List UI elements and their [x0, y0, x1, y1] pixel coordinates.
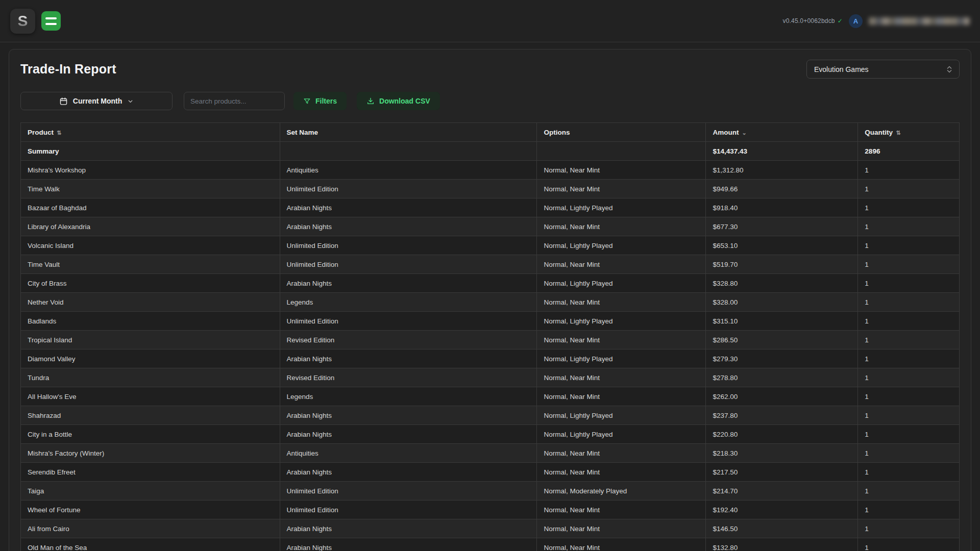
- cell-set-name: Arabian Nights: [280, 274, 537, 293]
- cell-options: Normal, Near Mint: [537, 368, 706, 387]
- summary-empty-cell: [537, 142, 706, 161]
- cell-product: All Hallow's Eve: [21, 387, 280, 406]
- cell-product: Library of Alexandria: [21, 217, 280, 236]
- cell-amount: $192.40: [706, 500, 858, 519]
- app-logo-letter: S: [17, 13, 28, 29]
- cell-quantity: 1: [858, 161, 960, 180]
- download-icon: [366, 97, 375, 105]
- cell-options: Normal, Lightly Played: [537, 349, 706, 368]
- cell-set-name: Arabian Nights: [280, 463, 537, 482]
- avatar-letter: A: [853, 17, 858, 25]
- chevron-down-icon: [127, 98, 134, 105]
- avatar[interactable]: A: [849, 14, 863, 28]
- table-row: ShahrazadArabian NightsNormal, Lightly P…: [21, 406, 960, 425]
- version-badge: v0.45.0+0062bdcb✓: [782, 17, 843, 24]
- summary-quantity-cell: 2896: [858, 142, 960, 161]
- summary-amount-cell: $14,437.43: [706, 142, 858, 161]
- download-csv-button[interactable]: Download CSV: [357, 92, 440, 110]
- column-header-product[interactable]: Product⇅: [21, 123, 280, 142]
- cell-options: Normal, Lightly Played: [537, 198, 706, 217]
- cell-amount: $328.00: [706, 293, 858, 312]
- column-header-set-name[interactable]: Set Name: [280, 123, 537, 142]
- user-name-redacted: [869, 17, 970, 25]
- cell-set-name: Arabian Nights: [280, 519, 537, 538]
- cell-amount: $1,312.80: [706, 161, 858, 180]
- cell-product: Bazaar of Baghdad: [21, 198, 280, 217]
- table-row: Tropical IslandRevised EditionNormal, Ne…: [21, 331, 960, 349]
- cell-options: Normal, Near Mint: [537, 538, 706, 551]
- column-header-quantity[interactable]: Quantity⇅: [858, 123, 960, 142]
- toolbar: Current Month Filters: [20, 92, 960, 110]
- cell-quantity: 1: [858, 538, 960, 551]
- menu-toggle-button[interactable]: [41, 11, 61, 31]
- cell-product: Mishra's Workshop: [21, 161, 280, 180]
- table-row: Volcanic IslandUnlimited EditionNormal, …: [21, 236, 960, 255]
- cell-quantity: 1: [858, 425, 960, 444]
- cell-product: Time Vault: [21, 255, 280, 274]
- cell-options: Normal, Lightly Played: [537, 425, 706, 444]
- calendar-icon: [59, 97, 68, 106]
- cell-amount: $328.80: [706, 274, 858, 293]
- cell-amount: $279.30: [706, 349, 858, 368]
- table-row: Mishra's WorkshopAntiquitiesNormal, Near…: [21, 161, 960, 180]
- cell-quantity: 1: [858, 387, 960, 406]
- menu-icon: [45, 17, 57, 19]
- cell-amount: $949.66: [706, 180, 858, 198]
- cell-options: Normal, Near Mint: [537, 161, 706, 180]
- cell-set-name: Arabian Nights: [280, 425, 537, 444]
- column-label: Set Name: [287, 129, 318, 136]
- table-row: Bazaar of BaghdadArabian NightsNormal, L…: [21, 198, 960, 217]
- filter-funnel-icon: [303, 97, 311, 105]
- app-logo[interactable]: S: [10, 9, 35, 34]
- topbar: S v0.45.0+0062bdcb✓ A: [0, 0, 980, 42]
- cell-options: Normal, Near Mint: [537, 293, 706, 312]
- cell-amount: $214.70: [706, 482, 858, 500]
- cell-set-name: Legends: [280, 387, 537, 406]
- chevron-up-down-icon: [946, 65, 953, 73]
- table-row: Library of AlexandriaArabian NightsNorma…: [21, 217, 960, 236]
- table-row: TaigaUnlimited EditionNormal, Moderately…: [21, 482, 960, 500]
- cell-product: Wheel of Fortune: [21, 500, 280, 519]
- column-label: Options: [544, 129, 570, 136]
- cell-product: Taiga: [21, 482, 280, 500]
- cell-set-name: Unlimited Edition: [280, 312, 537, 331]
- cell-set-name: Revised Edition: [280, 331, 537, 349]
- cell-quantity: 1: [858, 274, 960, 293]
- cell-product: Old Man of the Sea: [21, 538, 280, 551]
- cell-product: City of Brass: [21, 274, 280, 293]
- cell-quantity: 1: [858, 349, 960, 368]
- cell-set-name: Arabian Nights: [280, 406, 537, 425]
- menu-icon: [45, 23, 57, 25]
- date-range-button[interactable]: Current Month: [20, 92, 173, 110]
- cell-amount: $220.80: [706, 425, 858, 444]
- cell-options: Normal, Near Mint: [537, 180, 706, 198]
- cell-amount: $278.80: [706, 368, 858, 387]
- column-label: Product: [28, 129, 54, 136]
- cell-amount: $519.70: [706, 255, 858, 274]
- cell-amount: $262.00: [706, 387, 858, 406]
- filters-button[interactable]: Filters: [293, 92, 347, 110]
- store-select[interactable]: Evolution Games: [806, 60, 960, 79]
- column-header-amount[interactable]: Amount⌄: [706, 123, 858, 142]
- topbar-right: v0.45.0+0062bdcb✓ A: [782, 14, 970, 28]
- cell-set-name: Arabian Nights: [280, 198, 537, 217]
- cell-product: Time Walk: [21, 180, 280, 198]
- table-row: Time VaultUnlimited EditionNormal, Near …: [21, 255, 960, 274]
- cell-options: Normal, Lightly Played: [537, 236, 706, 255]
- version-text: v0.45.0+0062bdcb: [782, 17, 835, 24]
- cell-amount: $217.50: [706, 463, 858, 482]
- table-header-row: Product⇅ Set Name Options Amount⌄ Quanti…: [21, 123, 960, 142]
- cell-product: Diamond Valley: [21, 349, 280, 368]
- table-row: Wheel of FortuneUnlimited EditionNormal,…: [21, 500, 960, 519]
- cell-product: Serendib Efreet: [21, 463, 280, 482]
- cell-amount: $653.10: [706, 236, 858, 255]
- search-input[interactable]: [184, 92, 285, 110]
- cell-amount: $146.50: [706, 519, 858, 538]
- column-header-options[interactable]: Options: [537, 123, 706, 142]
- cell-quantity: 1: [858, 368, 960, 387]
- table-row: Time WalkUnlimited EditionNormal, Near M…: [21, 180, 960, 198]
- cell-set-name: Unlimited Edition: [280, 180, 537, 198]
- cell-quantity: 1: [858, 463, 960, 482]
- table-row: Old Man of the SeaArabian NightsNormal, …: [21, 538, 960, 551]
- table-row: Ali from CairoArabian NightsNormal, Near…: [21, 519, 960, 538]
